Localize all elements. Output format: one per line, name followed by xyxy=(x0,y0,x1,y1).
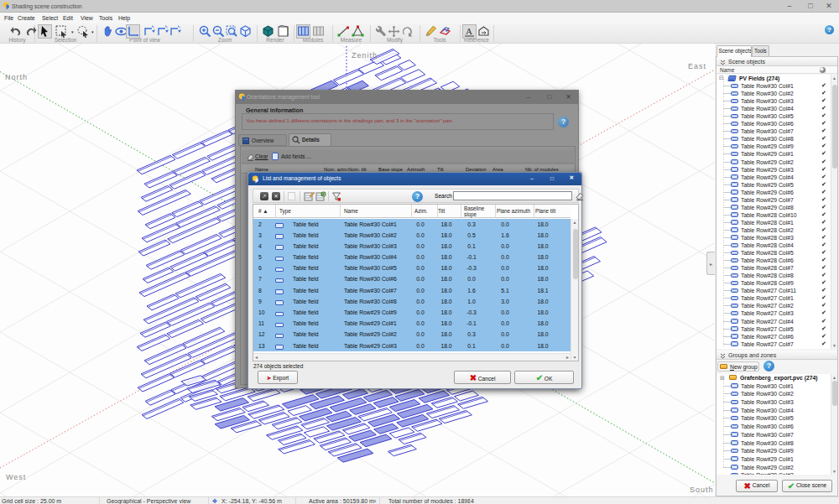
svg-text:Zenith: Zenith xyxy=(352,51,378,60)
svg-text:East: East xyxy=(688,62,706,70)
svg-text:West: West xyxy=(6,473,26,481)
svg-text:South: South xyxy=(690,486,714,494)
svg-text:A: A xyxy=(466,26,472,36)
svg-text:North: North xyxy=(5,73,28,81)
